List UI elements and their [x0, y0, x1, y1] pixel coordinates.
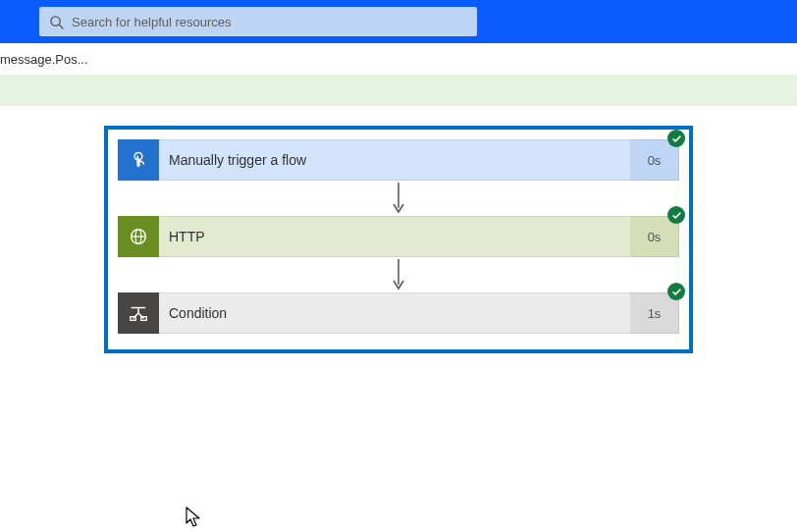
success-badge	[667, 283, 685, 300]
top-bar	[0, 0, 797, 43]
globe-icon	[118, 216, 159, 257]
search-input[interactable]	[72, 15, 467, 29]
touch-icon	[118, 139, 159, 181]
svg-line-1	[59, 25, 63, 28]
search-icon	[49, 15, 64, 29]
flow-panel-selected[interactable]: Manually trigger a flow 0s HTTP 0s	[104, 126, 693, 353]
breadcrumb-bar: message.Pos...	[0, 43, 797, 75]
flow-step-title: HTTP	[159, 216, 630, 257]
flow-step-title: Manually trigger a flow	[159, 139, 630, 181]
success-badge	[667, 130, 685, 147]
breadcrumb-text: message.Pos...	[0, 52, 88, 67]
flow-connector	[389, 181, 408, 216]
cursor-icon	[186, 506, 201, 528]
success-banner	[0, 75, 797, 106]
search-box[interactable]	[39, 7, 477, 36]
flow-connector	[389, 257, 408, 293]
svg-point-0	[51, 16, 60, 25]
flow-step-http[interactable]: HTTP 0s	[118, 216, 679, 257]
success-badge	[667, 206, 685, 224]
flow-step-title: Condition	[159, 293, 630, 334]
flow-step-condition[interactable]: Condition 1s	[118, 293, 679, 334]
condition-icon	[118, 293, 159, 334]
flow-canvas: Manually trigger a flow 0s HTTP 0s	[0, 106, 797, 353]
flow-step-trigger[interactable]: Manually trigger a flow 0s	[118, 139, 679, 181]
